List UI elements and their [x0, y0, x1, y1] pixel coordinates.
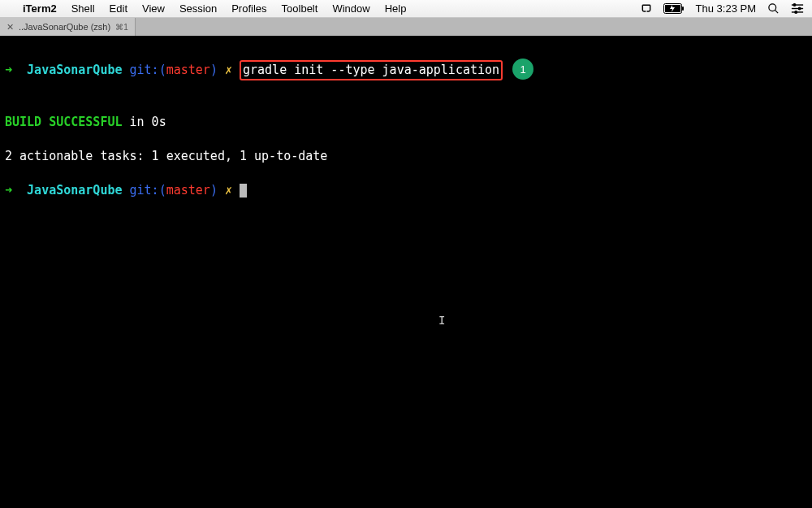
- git-suffix: ): [210, 63, 218, 77]
- menubar-left: iTerm2 Shell Edit View Session Profiles …: [8, 2, 406, 15]
- git-dirty-icon: ✗: [225, 183, 232, 198]
- git-prefix: git:(: [130, 183, 166, 198]
- output-build-line: BUILD SUCCESSFUL in 0s: [5, 114, 807, 131]
- battery-icon[interactable]: [663, 3, 685, 14]
- build-successful: BUILD SUCCESSFUL: [5, 115, 123, 129]
- git-dirty-icon: ✗: [225, 63, 232, 77]
- app-menu[interactable]: iTerm2: [23, 2, 57, 15]
- prompt-line-1: ➜ JavaSonarQube git:(master) ✗ gradle in…: [5, 59, 807, 80]
- output-tasks-line: 2 actionable tasks: 1 executed, 1 up-to-…: [5, 148, 807, 165]
- terminal-viewport[interactable]: ➜ JavaSonarQube git:(master) ✗ gradle in…: [0, 36, 812, 508]
- prompt-dir: JavaSonarQube: [27, 183, 122, 198]
- svg-point-8: [798, 7, 801, 10]
- git-branch: master: [166, 63, 210, 77]
- menubar-right: Thu 3:23 PM: [641, 2, 804, 15]
- menu-view[interactable]: View: [142, 2, 165, 15]
- tab-shortcut: ⌘1: [115, 23, 128, 32]
- menu-window[interactable]: Window: [332, 2, 369, 15]
- menu-shell[interactable]: Shell: [71, 2, 95, 15]
- git-suffix: ): [210, 183, 218, 198]
- terminal-cursor: [240, 184, 247, 198]
- svg-point-10: [795, 11, 797, 14]
- tab-bar: ✕ ..JavaSonarQube (zsh) ⌘1: [0, 18, 812, 36]
- spotlight-icon[interactable]: [767, 2, 780, 15]
- build-time: in 0s: [123, 115, 166, 129]
- tab-label: ..JavaSonarQube (zsh): [19, 22, 110, 32]
- prompt-line-2: ➜ JavaSonarQube git:(master) ✗: [5, 182, 807, 199]
- git-branch: master: [166, 183, 210, 198]
- command-text: gradle init --type java-application: [243, 63, 499, 77]
- menu-session[interactable]: Session: [179, 2, 217, 15]
- menu-edit[interactable]: Edit: [110, 2, 127, 15]
- menu-help[interactable]: Help: [385, 2, 407, 15]
- menu-profiles[interactable]: Profiles: [231, 2, 266, 15]
- prompt-arrow-icon: ➜: [5, 183, 12, 198]
- control-center-icon[interactable]: [791, 3, 804, 14]
- menu-toolbelt[interactable]: Toolbelt: [282, 2, 318, 15]
- prompt-arrow-icon: ➜: [5, 63, 12, 77]
- status-app-icon[interactable]: [641, 3, 652, 15]
- annotation-badge-1: 1: [512, 59, 533, 80]
- terminal-tab[interactable]: ✕ ..JavaSonarQube (zsh) ⌘1: [0, 18, 136, 36]
- prompt-dir: JavaSonarQube: [27, 63, 122, 77]
- menubar-clock[interactable]: Thu 3:23 PM: [696, 2, 756, 15]
- ibeam-cursor-icon: I: [438, 312, 445, 329]
- macos-menubar: iTerm2 Shell Edit View Session Profiles …: [0, 0, 812, 18]
- svg-point-3: [769, 4, 776, 11]
- svg-point-6: [793, 4, 796, 7]
- svg-line-4: [775, 10, 778, 13]
- command-highlight-box: gradle init --type java-application: [240, 60, 503, 80]
- git-prefix: git:(: [130, 63, 166, 77]
- svg-rect-1: [682, 7, 684, 11]
- tab-close-icon[interactable]: ✕: [6, 22, 14, 33]
